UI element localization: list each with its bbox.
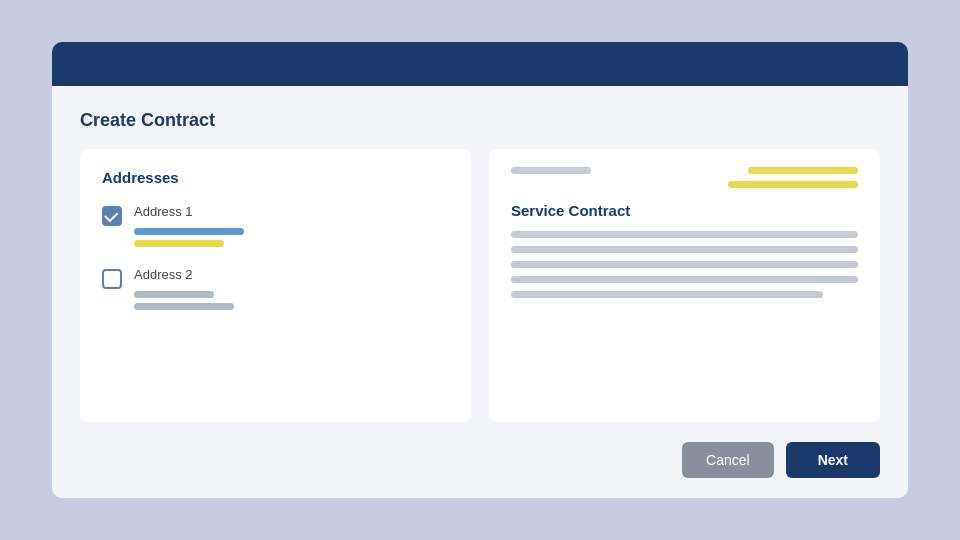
modal-header	[52, 42, 908, 86]
preview-right-line-1	[748, 167, 858, 174]
preview-top-left	[511, 167, 685, 174]
preview-left-line-1	[511, 167, 591, 174]
address-1-checkbox[interactable]	[102, 206, 122, 226]
service-contract-title: Service Contract	[511, 202, 858, 219]
preview-right-line-2	[728, 181, 858, 188]
left-panel: Addresses Address 1 Address 2	[80, 149, 471, 422]
address-1-line-1	[134, 228, 244, 235]
address-1-item: Address 1	[102, 204, 449, 247]
address-1-line-2	[134, 240, 224, 247]
content-line-2	[511, 246, 858, 253]
modal-container: Create Contract Addresses Address 1	[40, 30, 920, 510]
address-1-details: Address 1	[134, 204, 244, 247]
cancel-button[interactable]: Cancel	[682, 442, 774, 478]
right-panel: Service Contract	[489, 149, 880, 422]
next-button[interactable]: Next	[786, 442, 880, 478]
content-lines	[511, 231, 858, 298]
content-line-1	[511, 231, 858, 238]
content-line-4	[511, 276, 858, 283]
address-2-line-2	[134, 303, 234, 310]
modal-body: Create Contract Addresses Address 1	[52, 86, 908, 498]
preview-top	[511, 167, 858, 188]
footer-row: Cancel Next	[80, 438, 880, 478]
content-line-5	[511, 291, 823, 298]
address-2-item: Address 2	[102, 267, 449, 310]
address-1-label: Address 1	[134, 204, 244, 219]
address-2-checkbox[interactable]	[102, 269, 122, 289]
address-2-line-1	[134, 291, 214, 298]
content-area: Addresses Address 1 Address 2	[80, 149, 880, 422]
address-2-details: Address 2	[134, 267, 234, 310]
address-2-label: Address 2	[134, 267, 234, 282]
preview-top-right	[685, 167, 859, 188]
addresses-heading: Addresses	[102, 169, 449, 186]
content-line-3	[511, 261, 858, 268]
page-title: Create Contract	[80, 110, 880, 131]
